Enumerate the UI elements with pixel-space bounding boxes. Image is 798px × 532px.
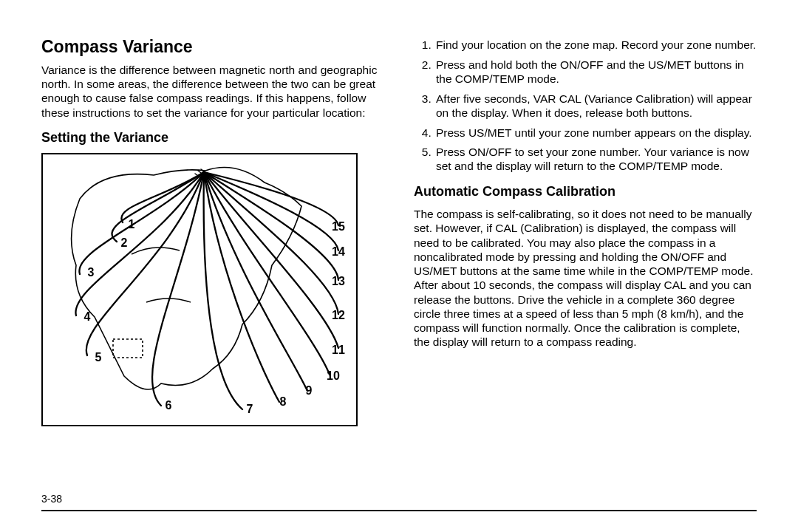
zone-label-8: 8 [280,395,287,409]
zone-label-10: 10 [327,369,340,383]
zone-label-14: 14 [332,245,345,259]
footer-rule [41,510,757,511]
two-column-layout: Compass Variance Variance is the differe… [41,37,757,426]
zone-label-2: 2 [121,236,128,250]
zone-label-1: 1 [129,218,135,231]
zone-label-5: 5 [95,351,102,364]
heading-auto-calibration: Automatic Compass Calibration [414,184,757,200]
right-column: Find your location on the zone map. Reco… [414,37,757,426]
zone-label-15: 15 [332,220,345,233]
zone-label-4: 4 [84,310,91,324]
step-5: Press ON/OFF to set your zone number. Yo… [434,146,757,174]
zone-label-7: 7 [247,403,253,416]
page-footer: 3-38 [41,493,757,511]
zone-label-9: 9 [306,384,313,398]
auto-calibration-paragraph: The compass is self-calibrating, so it d… [414,207,757,349]
manual-page: Compass Variance Variance is the differe… [0,0,798,532]
page-number: 3-38 [41,493,757,505]
intro-paragraph: Variance is the difference between magne… [41,63,384,120]
step-3: After five seconds, VAR CAL (Variance Ca… [434,92,757,120]
variance-steps-list: Find your location on the zone map. Reco… [414,38,757,174]
zone-label-12: 12 [332,309,345,322]
zone-label-13: 13 [332,275,345,288]
heading-setting-variance: Setting the Variance [41,130,384,146]
heading-compass-variance: Compass Variance [41,37,384,57]
step-2: Press and hold both the ON/OFF and the U… [434,58,757,86]
zone-label-3: 3 [88,266,95,279]
zone-label-6: 6 [166,399,172,412]
zone-label-11: 11 [332,344,345,357]
zone-map-figure: 1 2 3 4 5 6 7 8 9 10 11 12 13 14 15 [41,153,358,426]
step-4: Press US/MET until your zone number appe… [434,126,757,140]
step-1: Find your location on the zone map. Reco… [434,38,757,52]
left-column: Compass Variance Variance is the differe… [41,37,384,426]
